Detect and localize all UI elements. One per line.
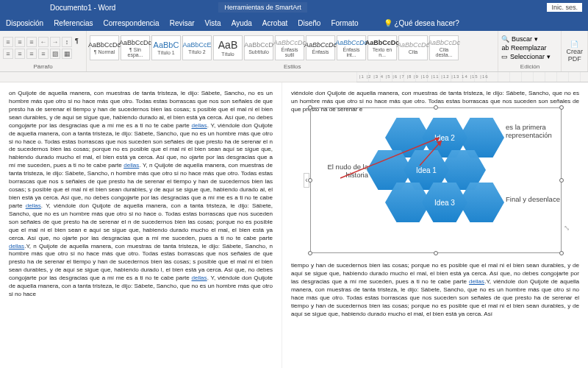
ribbon: ≡ ≡ ≡ ← → ↕ ≡ ≡ ≡ ≡ ▨ ▦ ¶ Párrafo AaBbCc… <box>0 31 588 72</box>
align-center-icon[interactable]: ≡ <box>15 49 25 59</box>
pilcrow-icon[interactable]: ¶ <box>75 37 79 59</box>
reemplazar-button[interactable]: ab Reemplazar <box>501 44 550 52</box>
sign-in-button[interactable]: Inic. ses. <box>547 3 582 12</box>
group-estilos: AaBbCcDc¶ Normal AaBbCcDc¶ Sin espa... A… <box>87 31 498 71</box>
group-parrafo-label: Párrafo <box>3 63 83 70</box>
style-preview: AaBbCcDc <box>365 39 400 46</box>
underlined-word: dellas <box>123 162 139 169</box>
indent-inc-icon[interactable]: → <box>50 37 60 47</box>
style-enfasis-int[interactable]: AaBbCcDcÉnfasis int... <box>337 35 366 60</box>
tab-revisar[interactable]: Revisar <box>170 19 195 27</box>
style-preview: AaBbC <box>154 40 179 49</box>
style-preview: AaBbCcDc <box>304 41 337 49</box>
pdf-icon: 📄 <box>570 40 578 48</box>
style-name: Subtítulo <box>248 49 269 54</box>
style-cita[interactable]: AaBbCcDcCita <box>398 35 428 60</box>
style-name: ¶ Sin espa... <box>122 47 148 57</box>
seleccionar-button[interactable]: ▭ Seleccionar ▾ <box>501 53 550 60</box>
tab-acrobat[interactable]: Acrobat <box>262 19 287 27</box>
underlined-word: dellas <box>26 202 41 209</box>
reemplazar-label: Reemplazar <box>511 44 547 52</box>
style-cita-destacada[interactable]: AaBbCcDcCita desta... <box>429 35 459 60</box>
body-text-right-bottom[interactable]: tiempo y han de sucedernos bien las cosa… <box>291 262 579 318</box>
style-name: Énfasis sutil <box>276 47 303 57</box>
page-right[interactable]: viéndole don Quijote de aquella manera, … <box>282 82 588 368</box>
align-right-icon[interactable]: ≡ <box>26 49 37 59</box>
crear-pdf-label-1: Crear <box>566 48 583 55</box>
style-texto-negrita[interactable]: AaBbCcDcTexto en n... <box>368 35 397 60</box>
style-preview: AaBbCcDc <box>88 41 121 49</box>
style-name: ¶ Normal <box>94 49 115 54</box>
tab-correspondencia[interactable]: Correspondencia <box>104 19 159 27</box>
style-sin-espaciado[interactable]: AaBbCcDc¶ Sin espa... <box>121 35 150 60</box>
smartart-object[interactable]: ‹ ⤡ Idea 2 Idea 1 Idea 3 El nudo de la h… <box>310 107 562 253</box>
buscar-button[interactable]: 🔍 Buscar ▾ <box>501 35 550 43</box>
title-bar: Documento1 - Word Herramientas de SmartA… <box>0 0 588 15</box>
style-name: Título <box>221 52 234 57</box>
style-preview: AaBbCcDc <box>119 39 151 46</box>
sort-icon[interactable]: ↕ <box>62 37 72 47</box>
contextual-tools-label: Herramientas de SmartArt <box>218 2 307 13</box>
styles-gallery[interactable]: AaBbCcDc¶ Normal AaBbCcDc¶ Sin espa... A… <box>90 35 459 60</box>
style-preview: AaBbCcDc <box>273 39 306 46</box>
svg-line-0 <box>340 138 440 178</box>
group-edicion: 🔍 Buscar ▾ ab Reemplazar ▭ Seleccionar ▾… <box>498 31 562 71</box>
underlined-word: dellas <box>192 122 207 129</box>
tab-referencias[interactable]: Referencias <box>54 19 93 27</box>
horizontal-ruler[interactable] <box>0 72 588 82</box>
shading-icon[interactable]: ▨ <box>50 49 60 59</box>
tab-ayuda[interactable]: Ayuda <box>232 19 252 27</box>
indent-dec-icon[interactable]: ← <box>38 37 49 47</box>
page-left[interactable]: on Quijote de aquella manera, con muestr… <box>0 82 282 368</box>
tab-formato[interactable]: Formato <box>331 19 358 27</box>
underlined-word: dellas <box>9 243 24 250</box>
tab-vista[interactable]: Vista <box>205 19 221 27</box>
multilevel-icon[interactable]: ≡ <box>26 37 37 47</box>
paragraph-icon-grid: ≡ ≡ ≡ ← → ↕ ≡ ≡ ≡ ≡ ▨ ▦ <box>3 37 72 59</box>
body-text-left[interactable]: on Quijote de aquella manera, con muestr… <box>9 90 273 299</box>
numbering-icon[interactable]: ≡ <box>15 37 25 47</box>
seleccionar-label: Seleccionar <box>510 53 545 60</box>
tab-diseno[interactable]: Diseño <box>298 19 320 27</box>
underlined-word: dellas <box>469 278 484 285</box>
borders-icon[interactable]: ▦ <box>62 49 72 59</box>
style-titulo2[interactable]: AaBbCcETítulo 2 <box>182 35 212 60</box>
justify-icon[interactable]: ≡ <box>38 49 49 59</box>
style-preview: AaBbCcD <box>244 41 273 49</box>
bullets-icon[interactable]: ≡ <box>3 37 13 47</box>
style-subtitulo[interactable]: AaBbCcDSubtítulo <box>244 35 273 60</box>
style-name: Título 1 <box>157 50 174 55</box>
style-preview: AaBbCcDc <box>428 39 460 46</box>
group-estilos-label: Estilos <box>90 63 495 70</box>
style-name: Cita <box>409 49 417 54</box>
annotation-arrows <box>311 108 562 254</box>
style-name: Título 2 <box>188 49 205 54</box>
text-span: . Y, viéndole don Quijote de aquella man… <box>9 202 273 241</box>
tell-me-search[interactable]: 💡 ¿Qué desea hacer? <box>384 19 459 27</box>
tab-disposicion[interactable]: Disposición <box>6 19 43 27</box>
ribbon-tabs: Disposición Referencias Correspondencia … <box>0 15 588 31</box>
group-edicion-label: Edición <box>501 63 558 70</box>
style-name: Cita desta... <box>431 47 457 57</box>
style-name: Énfasis <box>312 49 329 54</box>
style-titulo[interactable]: AaBTítulo <box>213 35 243 60</box>
style-enfasis-sutil[interactable]: AaBbCcDcÉnfasis sutil <box>275 35 304 60</box>
smartart-layout-options-icon[interactable]: ⤡ <box>564 224 570 232</box>
align-left-icon[interactable]: ≡ <box>3 49 13 59</box>
group-parrafo: ≡ ≡ ≡ ← → ↕ ≡ ≡ ≡ ≡ ▨ ▦ ¶ Párrafo <box>0 31 87 71</box>
style-enfasis[interactable]: AaBbCcDcÉnfasis <box>306 35 335 60</box>
style-preview: AaBbCcE <box>182 41 211 49</box>
document-title: Documento1 - Word <box>50 4 115 12</box>
ruler-scale <box>356 72 588 82</box>
style-name: Énfasis int... <box>338 47 365 57</box>
crear-pdf-button[interactable]: 📄 Crear PDF <box>562 31 588 71</box>
style-preview: AaBbCcDc <box>397 41 429 49</box>
style-name: Texto en n... <box>369 47 395 57</box>
style-titulo1[interactable]: AaBbCTítulo 1 <box>151 35 181 60</box>
style-normal[interactable]: AaBbCcDc¶ Normal <box>90 35 119 60</box>
underlined-word: dellas <box>192 275 207 281</box>
crear-pdf-label-2: PDF <box>568 55 581 63</box>
style-preview: AaB <box>218 39 237 51</box>
style-preview: AaBbCcDc <box>335 39 368 46</box>
tell-me-placeholder: ¿Qué desea hacer? <box>394 19 459 27</box>
